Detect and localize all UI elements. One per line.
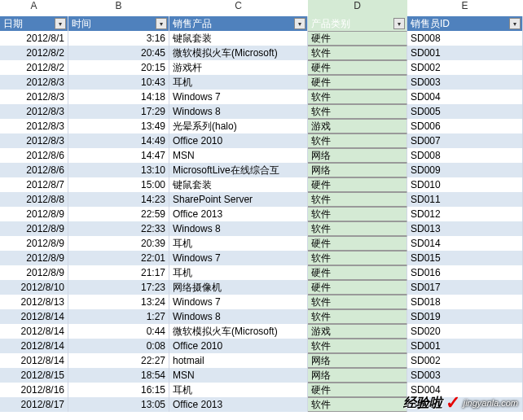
cell-category[interactable]: 硬件	[308, 280, 407, 295]
cell-product[interactable]: MSN	[169, 148, 308, 163]
cell-category[interactable]: 软件	[308, 207, 407, 221]
cell-date[interactable]: 2012/8/14	[0, 339, 68, 353]
cell-salesid[interactable]: SD001	[407, 46, 523, 60]
cell-category[interactable]: 网络	[308, 368, 407, 383]
cell-product[interactable]: Office 2013	[169, 207, 308, 221]
cell-time[interactable]: 22:01	[68, 251, 169, 265]
cell-date[interactable]: 2012/8/9	[0, 221, 68, 236]
cell-category[interactable]: 游戏	[308, 324, 407, 339]
cell-time[interactable]: 13:05	[68, 397, 169, 412]
cell-date[interactable]: 2012/8/3	[0, 133, 68, 148]
cell-salesid[interactable]: SD003	[407, 75, 523, 90]
cell-date[interactable]: 2012/8/9	[0, 265, 68, 280]
cell-time[interactable]: 10:43	[68, 75, 169, 90]
header-category[interactable]: 产品类别 ▾	[308, 16, 407, 31]
cell-salesid[interactable]: SD001	[407, 339, 523, 353]
cell-salesid[interactable]: SD014	[407, 236, 523, 251]
cell-salesid[interactable]: SD009	[407, 163, 523, 177]
cell-date[interactable]: 2012/8/9	[0, 207, 68, 221]
cell-category[interactable]: 硬件	[308, 60, 407, 75]
cell-time[interactable]: 20:45	[68, 46, 169, 60]
cell-date[interactable]: 2012/8/3	[0, 104, 68, 119]
cell-time[interactable]: 0:08	[68, 339, 169, 353]
cell-category[interactable]: 网络	[308, 353, 407, 368]
cell-product[interactable]: Windows 7	[169, 295, 308, 309]
cell-time[interactable]: 22:33	[68, 221, 169, 236]
header-product[interactable]: 销售产品 ▾	[169, 16, 308, 31]
cell-salesid[interactable]: SD012	[407, 207, 523, 221]
header-date[interactable]: 日期 ▾	[0, 16, 68, 31]
cell-product[interactable]: 微软模拟火车(Microsoft)	[169, 324, 308, 339]
cell-product[interactable]: Windows 7	[169, 251, 308, 265]
cell-product[interactable]: 网络摄像机	[169, 280, 308, 295]
cell-product[interactable]: Office 2013	[169, 397, 308, 412]
cell-date[interactable]: 2012/8/1	[0, 31, 68, 46]
cell-date[interactable]: 2012/8/6	[0, 163, 68, 177]
cell-date[interactable]: 2012/8/14	[0, 309, 68, 324]
cell-product[interactable]: SharePoint Server	[169, 192, 308, 207]
cell-category[interactable]: 软件	[308, 295, 407, 309]
cell-time[interactable]: 20:39	[68, 236, 169, 251]
cell-category[interactable]: 网络	[308, 148, 407, 163]
cell-category[interactable]: 游戏	[308, 119, 407, 133]
cell-product[interactable]: Office 2010	[169, 133, 308, 148]
cell-date[interactable]: 2012/8/16	[0, 383, 68, 397]
cell-category[interactable]: 软件	[308, 339, 407, 353]
cell-category[interactable]: 软件	[308, 46, 407, 60]
cell-product[interactable]: MSN	[169, 368, 308, 383]
cell-date[interactable]: 2012/8/8	[0, 192, 68, 207]
cell-category[interactable]: 软件	[308, 104, 407, 119]
cell-product[interactable]: Windows 8	[169, 309, 308, 324]
cell-salesid[interactable]: SD008	[407, 148, 523, 163]
cell-date[interactable]: 2012/8/14	[0, 353, 68, 368]
cell-time[interactable]: 14:23	[68, 192, 169, 207]
cell-salesid[interactable]: SD003	[407, 368, 523, 383]
cell-category[interactable]: 硬件	[308, 177, 407, 192]
cell-time[interactable]: 15:00	[68, 177, 169, 192]
cell-date[interactable]: 2012/8/7	[0, 177, 68, 192]
col-letter-B[interactable]: B	[68, 0, 169, 16]
cell-time[interactable]: 13:10	[68, 163, 169, 177]
chevron-down-icon[interactable]: ▾	[156, 18, 167, 29]
cell-date[interactable]: 2012/8/2	[0, 46, 68, 60]
cell-date[interactable]: 2012/8/3	[0, 75, 68, 90]
cell-category[interactable]: 软件	[308, 397, 407, 412]
cell-date[interactable]: 2012/8/3	[0, 90, 68, 104]
cell-product[interactable]: 键鼠套装	[169, 31, 308, 46]
cell-date[interactable]: 2012/8/15	[0, 368, 68, 383]
cell-date[interactable]: 2012/8/13	[0, 295, 68, 309]
cell-product[interactable]: Windows 7	[169, 90, 308, 104]
cell-category[interactable]: 软件	[308, 90, 407, 104]
col-letter-E[interactable]: E	[407, 0, 523, 16]
header-salesid[interactable]: 销售员ID ▾	[407, 16, 523, 31]
cell-category[interactable]: 硬件	[308, 383, 407, 397]
cell-time[interactable]: 18:54	[68, 368, 169, 383]
cell-time[interactable]: 16:15	[68, 383, 169, 397]
cell-time[interactable]: 13:24	[68, 295, 169, 309]
cell-category[interactable]: 软件	[308, 251, 407, 265]
cell-salesid[interactable]: SD017	[407, 280, 523, 295]
cell-salesid[interactable]: SD002	[407, 353, 523, 368]
col-letter-C[interactable]: C	[169, 0, 308, 16]
cell-time[interactable]: 22:27	[68, 353, 169, 368]
cell-time[interactable]: 1:27	[68, 309, 169, 324]
cell-product[interactable]: 微软模拟火车(Microsoft)	[169, 46, 308, 60]
cell-time[interactable]: 20:15	[68, 60, 169, 75]
cell-category[interactable]: 软件	[308, 192, 407, 207]
cell-salesid[interactable]: SD016	[407, 265, 523, 280]
cell-date[interactable]: 2012/8/6	[0, 148, 68, 163]
cell-salesid[interactable]: SD020	[407, 324, 523, 339]
cell-salesid[interactable]: SD008	[407, 31, 523, 46]
col-letter-D[interactable]: D	[308, 0, 407, 16]
cell-product[interactable]: MicrosoftLive在线综合互	[169, 163, 308, 177]
chevron-down-icon[interactable]: ▾	[509, 18, 521, 29]
cell-salesid[interactable]: SD019	[407, 309, 523, 324]
cell-time[interactable]: 13:49	[68, 119, 169, 133]
cell-category[interactable]: 软件	[308, 309, 407, 324]
cell-product[interactable]: 耳机	[169, 265, 308, 280]
cell-salesid[interactable]: SD007	[407, 133, 523, 148]
cell-category[interactable]: 网络	[308, 163, 407, 177]
cell-date[interactable]: 2012/8/10	[0, 280, 68, 295]
cell-time[interactable]: 14:49	[68, 133, 169, 148]
cell-salesid[interactable]: SD011	[407, 192, 523, 207]
